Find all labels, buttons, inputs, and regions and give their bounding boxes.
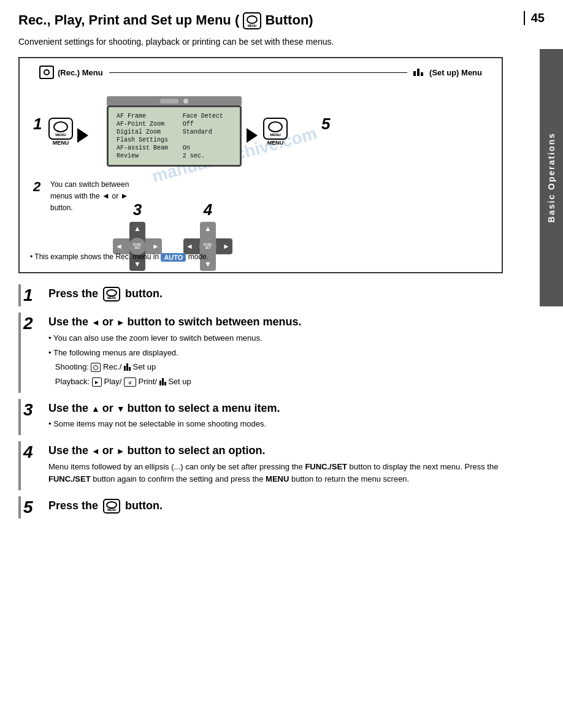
- step4-title-before: Use the: [48, 444, 88, 457]
- step4-body-text: Menu items followed by an ellipsis (...)…: [48, 461, 503, 487]
- lcd-row: Review2 sec.: [115, 152, 234, 160]
- step4-arrow-right: ►: [117, 446, 128, 456]
- step-5-row: 5 Press the MENU button.: [18, 496, 503, 518]
- step-3-content: Use the ▲ or ▼ button to select a menu i…: [48, 399, 503, 435]
- setup-icon: [413, 69, 423, 76]
- step5-title-after: button.: [125, 499, 163, 512]
- setup-bar-s6: [164, 382, 166, 385]
- diag-lcd-screen: AF FrameFace Detect AF-Point ZoomOff Dig…: [107, 96, 242, 167]
- rec-dot: [44, 69, 50, 75]
- page-number: 45: [524, 11, 545, 25]
- func-set-bold-2: FUNC./SET: [48, 474, 91, 483]
- step3-bullet-1: • Some items may not be selectable in so…: [48, 418, 503, 431]
- step5-menu-icon: MENU: [103, 499, 120, 514]
- setup-bar-s4: [159, 381, 161, 385]
- step3-bullet-1-text: Some items may not be selectable in some…: [53, 419, 266, 428]
- step2-bullet-2: • The following menus are displayed.: [48, 347, 503, 360]
- step2-arrow-left: ◄: [91, 318, 102, 328]
- step-4-number: 4: [21, 441, 48, 463]
- step4-title-after: button to select an option.: [128, 444, 266, 457]
- setup-menu-label: (Set up) Menu: [429, 68, 482, 77]
- setup-icon-small: [124, 363, 131, 372]
- diag-menu-btn-right: MENU MENU: [263, 118, 288, 146]
- title-text-after: Button): [265, 12, 313, 28]
- step5-title-before: Press the: [48, 499, 98, 512]
- title-text-before: Rec., Play, Print and Set up Menu (: [18, 12, 239, 28]
- subtitle: Convenient settings for shooting, playba…: [18, 36, 503, 48]
- auto-badge: AUTO: [161, 253, 186, 262]
- step1-title-after: button.: [125, 287, 163, 300]
- step-3-row: 3 Use the ▲ or ▼ button to select a menu…: [18, 399, 503, 435]
- step-3-number: 3: [21, 399, 48, 421]
- step-4-body: Menu items followed by an ellipsis (...)…: [48, 461, 503, 487]
- setup-bar-3: [421, 72, 423, 76]
- diag-arrow-right-2: [247, 128, 258, 143]
- diag-note-end: mode.: [188, 252, 209, 261]
- diag-step3-label: 3: [133, 200, 142, 219]
- step-1-title: Press the MENU button.: [48, 287, 503, 301]
- step-1-number: 1: [21, 284, 48, 306]
- step2-bullet-2-text: The following menus are displayed.: [53, 348, 178, 357]
- setup-bar-s5: [162, 378, 164, 385]
- steps-section: 1 Press the MENU button. 2 Us: [18, 284, 503, 518]
- rec-menu-label: (Rec.) Menu: [58, 68, 103, 77]
- step2-bullet-1: • You can also use the zoom lever to swi…: [48, 332, 503, 345]
- lcd-row: Flash Settings: [115, 136, 234, 144]
- sidebar-label: Basic Operations: [546, 132, 556, 222]
- step2-playback-line: Playback: Play/ 🖨 Print/ Set: [48, 376, 503, 389]
- menu-icon-left: MENU: [48, 118, 73, 140]
- page-title: Rec., Play, Print and Set up Menu ( MENU…: [18, 12, 503, 29]
- svg-point-7: [269, 122, 282, 132]
- step-1-row: 1 Press the MENU button.: [18, 284, 503, 306]
- sidebar: Basic Operations: [540, 49, 563, 306]
- diag-menu-btn-left: MENU MENU: [48, 118, 73, 146]
- step-5-content: Press the MENU button.: [48, 496, 503, 518]
- diag-arrow-right-1: [77, 128, 88, 143]
- diag-step2-or: or: [112, 192, 119, 200]
- step-2-body: • You can also use the zoom lever to swi…: [48, 332, 503, 389]
- lcd-row: AF FrameFace Detect: [115, 112, 234, 120]
- step2-shooting-label: Shooting:: [55, 362, 89, 371]
- lcd-row: Digital ZoomStandard: [115, 128, 234, 136]
- menu-bold: MENU: [266, 474, 289, 483]
- step-1-content: Press the MENU button.: [48, 284, 503, 306]
- setup-bar-1: [413, 71, 416, 76]
- diag-note: • This example shows the Rec. menu in AU…: [30, 252, 209, 262]
- step-2-row: 2 Use the ◄ or ► button to switch betwee…: [18, 313, 503, 393]
- step2-arrow-right: ►: [117, 318, 128, 328]
- svg-point-10: [107, 290, 117, 296]
- dpad-up-arrow-2: ▲: [204, 224, 212, 233]
- connector-line-1: [109, 72, 407, 73]
- step-2-title: Use the ◄ or ► button to switch between …: [48, 315, 503, 329]
- step-5-number: 5: [21, 496, 48, 518]
- svg-point-13: [107, 502, 117, 508]
- diag-step2-end: button.: [50, 203, 73, 212]
- menu-right-label: MENU: [267, 140, 284, 146]
- diag-step4-label: 4: [204, 200, 212, 219]
- diagram-body: manualsarchive.com 1 5 MENU MENU: [27, 84, 494, 265]
- diag-step5-label: 5: [321, 115, 330, 134]
- dpad-up-arrow: ▲: [134, 224, 141, 233]
- svg-point-4: [54, 122, 67, 132]
- menu-left-label: MENU: [53, 140, 69, 146]
- step-3-title: Use the ▲ or ▼ button to select a menu i…: [48, 401, 503, 415]
- dpad-left-arrow: ◄: [115, 242, 123, 251]
- step3-title-after: button to select a menu item.: [128, 402, 280, 414]
- diagram-box: (Rec.) Menu (Set up) Menu manualsarchive…: [18, 57, 503, 273]
- step2-playback-label: Playback:: [55, 377, 90, 386]
- print-icon-small: 🖨: [124, 377, 136, 387]
- step-4-content: Use the ◄ or ► button to select an optio…: [48, 441, 503, 490]
- setup-bar-s3: [129, 367, 131, 371]
- step2-title-before: Use the: [48, 316, 88, 328]
- diag-step2-label: 2: [33, 179, 40, 195]
- step-5-title: Press the MENU button.: [48, 499, 503, 514]
- step2-bullet-1-text: You can also use the zoom lever to switc…: [53, 333, 262, 343]
- menu-icon-right: MENU: [263, 118, 288, 140]
- rec-icon-small: [91, 363, 101, 372]
- menu-button-icon-title: MENU: [243, 12, 261, 29]
- step-3-body: • Some items may not be selectable in so…: [48, 418, 503, 431]
- setup-bar-s1: [124, 366, 126, 371]
- step-2-number: 2: [21, 313, 48, 335]
- step1-title-before: Press the: [48, 287, 98, 300]
- setup-icon-small-2: [159, 377, 166, 387]
